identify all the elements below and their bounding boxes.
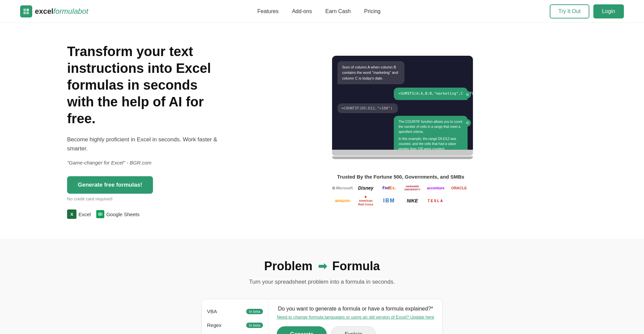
hero-quote: "Game-changer for Excel" - BGR.com — [67, 160, 228, 165]
regex-badge: In beta — [246, 323, 263, 328]
vba-label: VBA — [207, 308, 217, 314]
explanation-line2: In this example, the range D5:D12 was co… — [398, 136, 463, 150]
section-subtitle: Turn your spreadsheet problem into a for… — [20, 279, 624, 285]
problem-formula-section: Problem ➡ Formula Turn your spreadsheet … — [0, 239, 644, 334]
logo-ibm: IBM — [379, 198, 399, 204]
logo-redcross: ✚AmericanRed Cross — [356, 195, 376, 206]
excel-label: Excel — [78, 211, 91, 217]
login-button[interactable]: Login — [593, 4, 624, 18]
excel-icon: X — [67, 209, 76, 219]
hero-subtitle: Become highly proficient in Excel in sec… — [67, 135, 228, 153]
try-it-out-button[interactable]: Try It Out — [550, 4, 589, 18]
oracle-text: ORACLE — [451, 186, 467, 190]
hero-platforms: X Excel Google Sheets — [67, 209, 140, 219]
navbar: excelformulabot Features Add-ons Earn Ca… — [0, 0, 644, 23]
app-explain-button[interactable]: Explain — [331, 326, 376, 334]
logo-amazon: amazon — [332, 198, 353, 203]
sheets-icon — [96, 210, 104, 218]
logo-harvard: HARVARDUNIVERSITY — [402, 185, 423, 191]
harvard-text: HARVARDUNIVERSITY — [404, 185, 420, 191]
logo-grid: ⊞ Microsoft Disney FedEx. HARVARDUNIVERS… — [332, 185, 469, 206]
fedex-text: FedEx. — [382, 186, 395, 190]
app-update-link[interactable]: Need to change formula languages or usin… — [277, 315, 434, 320]
hero-section: Transform your text instructions into Ex… — [0, 23, 644, 239]
sheets-label: Google Sheets — [106, 211, 140, 217]
app-sidebar: VBA In beta Regex In beta — [202, 299, 269, 334]
tesla-text: TESLA — [428, 199, 444, 203]
nav-features[interactable]: Features — [257, 8, 278, 14]
chat-bubble-explanation: The COUNTIF function allows you to count… — [394, 116, 468, 150]
explanation-line1: The COUNTIF function allows you to count… — [398, 119, 463, 134]
logo-icon — [20, 5, 32, 17]
logo-fedex: FedEx. — [379, 186, 399, 190]
arrow-icon: ➡ — [318, 260, 327, 273]
app-main: Do you want to generate a formula or hav… — [269, 299, 442, 334]
accenture-text: accenture — [427, 186, 444, 190]
nav-earncash[interactable]: Earn Cash — [325, 8, 351, 14]
nav-addons[interactable]: Add-ons — [292, 8, 312, 14]
logo-accenture: accenture — [425, 186, 446, 190]
vba-badge: In beta — [246, 309, 263, 314]
trusted-title: Trusted By the Fortune 500, Governments,… — [332, 174, 469, 180]
nav-links: Features Add-ons Earn Cash Pricing — [257, 8, 380, 14]
logo[interactable]: excelformulabot — [20, 5, 88, 17]
logo-disney: Disney — [356, 185, 376, 191]
logo-nike: NIKE — [402, 198, 423, 203]
logo-tesla: TESLA — [425, 199, 446, 203]
trusted-section: Trusted By the Fortune 500, Governments,… — [332, 174, 469, 206]
section-title: Problem ➡ Formula — [20, 259, 624, 273]
app-buttons: Generate Explain — [277, 326, 434, 334]
chat-bubble-countif: =COUNTIF(D5:D12,">100") — [337, 103, 398, 113]
laptop-foot — [332, 156, 473, 159]
svg-rect-5 — [100, 212, 101, 216]
svg-rect-4 — [99, 212, 100, 216]
chat-bubble-formula: =SUMIFS(A:A,B:B,"marketing",C:C,TODAY()) — [394, 88, 468, 100]
copy-icon: ⧉ — [464, 91, 471, 98]
chat-bubble-query: Sum of column A when column B contains t… — [337, 61, 405, 85]
nav-actions: Try It Out Login — [550, 4, 624, 18]
sidebar-item-vba[interactable]: VBA In beta — [202, 304, 268, 318]
laptop-mockup: Sum of column A when column B contains t… — [332, 56, 473, 159]
generate-formulas-button[interactable]: Generate free formulas! — [67, 176, 153, 194]
hero-cta: Generate free formulas! No credit card r… — [67, 176, 228, 219]
regex-label: Regex — [207, 322, 221, 328]
disney-text: Disney — [358, 185, 373, 191]
logo-text: excelformulabot — [35, 7, 88, 16]
amazon-text: amazon — [335, 198, 350, 203]
excel-badge: X Excel — [67, 209, 91, 219]
laptop-base — [332, 150, 473, 156]
hero-right: Sum of column A when column B contains t… — [228, 56, 577, 206]
nike-text: NIKE — [407, 198, 418, 203]
hero-right-content: Sum of column A when column B contains t… — [332, 56, 473, 206]
app-generate-button[interactable]: Generate — [277, 326, 327, 334]
no-credit-card-text: No credit card required! — [67, 196, 113, 201]
hero-left: Transform your text instructions into Ex… — [67, 43, 228, 219]
logo-svg — [22, 8, 30, 15]
sheets-badge: Google Sheets — [96, 210, 140, 218]
redcross-text: ✚AmericanRed Cross — [358, 195, 373, 206]
nav-pricing[interactable]: Pricing — [364, 8, 381, 14]
logo-oracle: ORACLE — [449, 186, 470, 190]
copy-icon-2: ⧉ — [464, 119, 471, 127]
formula-text: Formula — [332, 259, 380, 273]
app-question: Do you want to generate a formula or hav… — [277, 306, 434, 312]
ibm-text: IBM — [383, 198, 395, 204]
laptop-screen: Sum of column A when column B contains t… — [332, 56, 473, 150]
logo-microsoft: ⊞ Microsoft — [332, 186, 353, 190]
sidebar-item-regex[interactable]: Regex In beta — [202, 318, 268, 332]
microsoft-text: ⊞ Microsoft — [332, 186, 353, 190]
app-mockup: VBA In beta Regex In beta Do you want to… — [201, 299, 443, 334]
hero-title: Transform your text instructions into Ex… — [67, 43, 228, 127]
problem-text: Problem — [264, 259, 312, 273]
